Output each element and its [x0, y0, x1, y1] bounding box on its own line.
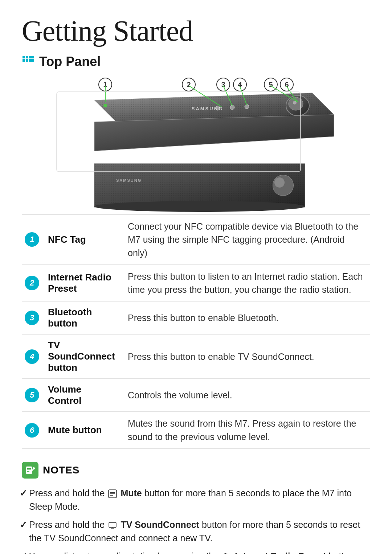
top-panel-diagram: 1 2 3 4 5 6 — [22, 77, 370, 214]
notes-title: NOTES — [43, 464, 79, 476]
svg-rect-55 — [109, 522, 116, 528]
note-item-2: Press and hold the TV SoundConnect butto… — [22, 516, 370, 547]
internet-radio-icon — [222, 553, 231, 554]
item-desc-6: Mutes the sound from this M7. Press agai… — [122, 412, 370, 449]
grid-icon — [22, 55, 35, 68]
item-number-6: 6 — [22, 412, 42, 449]
table-row: 4 TV SoundConnect button Press this butt… — [22, 335, 370, 379]
svg-rect-4 — [29, 56, 34, 58]
item-badge-3: 3 — [25, 311, 39, 325]
item-desc-1: Connect your NFC compatible device via B… — [122, 215, 370, 265]
item-desc-3: Press this button to enable Bluetooth. — [122, 301, 370, 335]
svg-text:5: 5 — [269, 81, 273, 89]
svg-point-42 — [274, 177, 285, 188]
item-badge-5: 5 — [25, 388, 39, 402]
item-number-3: 3 — [22, 301, 42, 335]
section-heading-text: Top Panel — [39, 54, 101, 69]
note-item-3: You can listen to a radio station by pre… — [22, 547, 370, 554]
svg-text:6: 6 — [285, 81, 289, 89]
svg-point-50 — [33, 467, 35, 469]
mute-icon — [108, 489, 117, 498]
item-desc-4: Press this button to enable TV SoundConn… — [122, 335, 370, 379]
table-row: 2 Internet Radio Preset Press this butto… — [22, 264, 370, 301]
svg-point-44 — [94, 201, 305, 212]
table-row: 1 NFC Tag Connect your NFC compatible de… — [22, 215, 370, 265]
notes-icon — [22, 462, 38, 479]
item-label-1: NFC Tag — [42, 215, 122, 265]
item-badge-2: 2 — [25, 276, 39, 290]
svg-rect-0 — [23, 56, 25, 58]
item-label-6: Mute button — [42, 412, 122, 449]
svg-text:SAMSUNG: SAMSUNG — [116, 178, 142, 182]
item-label-2: Internet Radio Preset — [42, 264, 122, 301]
note-item-1: Press and hold the Mute button for more … — [22, 484, 370, 516]
item-label-5: Volume Control — [42, 379, 122, 412]
item-number-5: 5 — [22, 379, 42, 412]
svg-rect-3 — [26, 59, 28, 62]
note-text-2: Press and hold the TV SoundConnect butto… — [29, 520, 360, 543]
note-text-1: Press and hold the Mute button for more … — [29, 488, 352, 512]
svg-text:2: 2 — [187, 81, 191, 89]
item-label-3: Bluetooth button — [42, 301, 122, 335]
note-text-3: You can listen to a radio station by pre… — [29, 551, 368, 554]
notes-section: NOTES Press and hold the Mute button for… — [22, 462, 370, 554]
item-number-1: 1 — [22, 215, 42, 265]
page-title: Getting Started — [22, 15, 370, 48]
item-desc-2: Press this button to listen to an Intern… — [122, 264, 370, 301]
item-badge-1: 1 — [25, 232, 39, 247]
item-desc-5: Controls the volume level. — [122, 379, 370, 412]
item-number-2: 2 — [22, 264, 42, 301]
item-number-4: 4 — [22, 335, 42, 379]
tv-soundconnect-icon — [108, 521, 117, 530]
notes-list: Press and hold the Mute button for more … — [22, 484, 370, 554]
items-table: 1 NFC Tag Connect your NFC compatible de… — [22, 214, 370, 449]
table-row: 6 Mute button Mutes the sound from this … — [22, 412, 370, 449]
notes-header: NOTES — [22, 462, 370, 479]
svg-rect-1 — [26, 56, 28, 58]
section-heading: Top Panel — [22, 54, 370, 69]
svg-point-29 — [293, 101, 297, 104]
svg-text:3: 3 — [221, 81, 225, 89]
item-label-4: TV SoundConnect button — [42, 335, 122, 379]
svg-point-24 — [216, 106, 220, 110]
svg-rect-2 — [23, 59, 25, 62]
svg-point-31 — [103, 104, 107, 107]
item-badge-6: 6 — [25, 423, 39, 438]
svg-rect-5 — [29, 59, 34, 62]
table-row: 5 Volume Control Controls the volume lev… — [22, 379, 370, 412]
table-row: 3 Bluetooth button Press this button to … — [22, 301, 370, 335]
item-badge-4: 4 — [25, 349, 39, 364]
